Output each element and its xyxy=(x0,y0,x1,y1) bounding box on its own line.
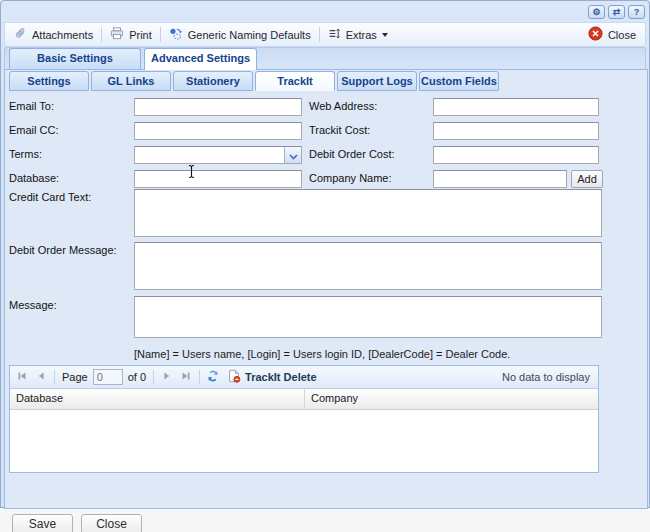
page-label: Page xyxy=(60,371,90,383)
tab-settings[interactable]: Settings xyxy=(9,71,89,91)
message-area[interactable] xyxy=(134,296,602,338)
first-page-icon xyxy=(15,369,29,385)
toolbar-separator xyxy=(101,27,102,42)
pager-separator xyxy=(153,370,154,384)
help-button[interactable]: ? xyxy=(628,5,645,19)
company-name-field[interactable] xyxy=(433,170,567,188)
titlebar: ⚙ ⇄ ? xyxy=(1,1,649,21)
tab-stationery[interactable]: Stationery xyxy=(173,71,253,91)
naming-defaults-icon xyxy=(169,27,183,42)
email-to-label: Email To: xyxy=(9,100,54,112)
prev-page-icon xyxy=(34,369,48,385)
close-button[interactable]: Close xyxy=(81,514,142,532)
pager-separator xyxy=(54,370,55,384)
settings-gear-button[interactable]: ⚙ xyxy=(588,5,605,19)
trackit-cost-label: Trackit Cost: xyxy=(309,124,370,136)
credit-card-text-area[interactable] xyxy=(134,189,602,237)
generic-naming-defaults-label: Generic Naming Defaults xyxy=(188,29,311,41)
attachments-label: Attachments xyxy=(32,29,93,41)
terms-select[interactable] xyxy=(134,146,302,164)
tab-trackit[interactable]: TrackIt xyxy=(255,71,335,91)
add-company-button[interactable]: Add xyxy=(571,170,603,188)
terms-label: Terms: xyxy=(9,148,42,160)
column-header-company[interactable]: Company xyxy=(305,389,598,409)
grid-pager: Page of 0 TrackIt Delete No dat xyxy=(10,366,598,389)
tab-custom-fields[interactable]: Custom Fields xyxy=(419,71,499,91)
tab-support-logs[interactable]: Support Logs xyxy=(337,71,417,91)
next-page-icon xyxy=(160,369,174,385)
terms-dropdown-button[interactable] xyxy=(284,147,301,163)
advanced-settings-panel: Settings GL Links Stationery TrackIt Sup… xyxy=(4,69,648,509)
tab-advanced-settings[interactable]: Advanced Settings xyxy=(144,48,257,70)
debit-order-message-area[interactable] xyxy=(134,242,602,290)
database-label: Database: xyxy=(9,172,59,184)
next-page-button[interactable] xyxy=(159,369,175,385)
sync-icon: ⇄ xyxy=(613,7,621,17)
web-address-label: Web Address: xyxy=(309,100,377,112)
page-number-input[interactable] xyxy=(93,369,123,385)
extras-list-icon xyxy=(328,27,341,42)
chevron-down-icon xyxy=(382,33,388,40)
prev-page-button[interactable] xyxy=(33,369,49,385)
email-cc-field[interactable] xyxy=(134,122,302,140)
help-icon: ? xyxy=(634,7,640,17)
delete-document-icon xyxy=(227,369,241,385)
toolbar-separator xyxy=(160,27,161,42)
ibeam-cursor xyxy=(187,164,196,183)
extras-label: Extras xyxy=(346,29,377,41)
company-name-label: Company Name: xyxy=(309,172,392,184)
tab-basic-settings[interactable]: Basic Settings xyxy=(9,48,141,69)
email-cc-label: Email CC: xyxy=(9,124,59,136)
toolbar: Attachments Print Generic Naming Default… xyxy=(4,22,646,47)
tab-gl-links[interactable]: GL Links xyxy=(91,71,171,91)
message-label: Message: xyxy=(9,299,57,311)
print-label: Print xyxy=(129,29,152,41)
database-field[interactable] xyxy=(134,170,302,188)
toolbar-separator xyxy=(319,27,320,42)
titlebar-buttons: ⚙ ⇄ ? xyxy=(588,5,645,19)
column-header-database[interactable]: Database xyxy=(10,389,305,409)
generic-naming-defaults-button[interactable]: Generic Naming Defaults xyxy=(164,25,316,44)
close-red-icon xyxy=(588,26,603,43)
grid-body[interactable] xyxy=(10,410,598,472)
footer-bar: Save Close xyxy=(0,508,650,532)
email-to-field[interactable] xyxy=(134,98,302,116)
paperclip-icon xyxy=(14,27,27,42)
chevron-down-icon xyxy=(289,146,298,164)
refresh-grid-button[interactable] xyxy=(205,369,221,385)
trackit-delete-label: TrackIt Delete xyxy=(245,371,317,383)
close-label: Close xyxy=(608,29,636,41)
attachments-button[interactable]: Attachments xyxy=(9,25,98,44)
placeholders-note: [Name] = Users name, [Login] = Users log… xyxy=(134,348,510,360)
page-count-label: of 0 xyxy=(126,371,148,383)
refresh-icon xyxy=(206,369,220,385)
debit-order-message-label: Debit Order Message: xyxy=(9,244,117,256)
dialog-window: ⚙ ⇄ ? Attachments Print Generic Naming D… xyxy=(0,0,650,508)
empty-grid-message: No data to display xyxy=(502,371,594,383)
trackit-delete-button[interactable]: TrackIt Delete xyxy=(224,368,320,386)
credit-card-text-label: Credit Card Text: xyxy=(9,191,91,203)
trackit-cost-field[interactable] xyxy=(433,122,599,140)
grid-header: Database Company xyxy=(10,389,598,410)
save-button[interactable]: Save xyxy=(12,514,73,532)
print-button[interactable]: Print xyxy=(105,25,157,44)
web-address-field[interactable] xyxy=(433,98,599,116)
first-page-button[interactable] xyxy=(14,369,30,385)
gear-icon: ⚙ xyxy=(592,7,600,17)
last-page-icon xyxy=(179,369,193,385)
debit-order-cost-label: Debit Order Cost: xyxy=(309,148,395,160)
printer-icon xyxy=(110,27,124,42)
debit-order-cost-field[interactable] xyxy=(433,146,599,164)
last-page-button[interactable] xyxy=(178,369,194,385)
trackit-grid: Page of 0 TrackIt Delete No dat xyxy=(9,365,599,473)
close-toolbar-button[interactable]: Close xyxy=(583,24,641,45)
outer-tabs: Basic Settings Advanced Settings xyxy=(9,48,257,70)
inner-tabs: Settings GL Links Stationery TrackIt Sup… xyxy=(9,71,499,91)
extras-menu-button[interactable]: Extras xyxy=(323,25,393,44)
pager-separator xyxy=(199,370,200,384)
refresh-window-button[interactable]: ⇄ xyxy=(608,5,625,19)
